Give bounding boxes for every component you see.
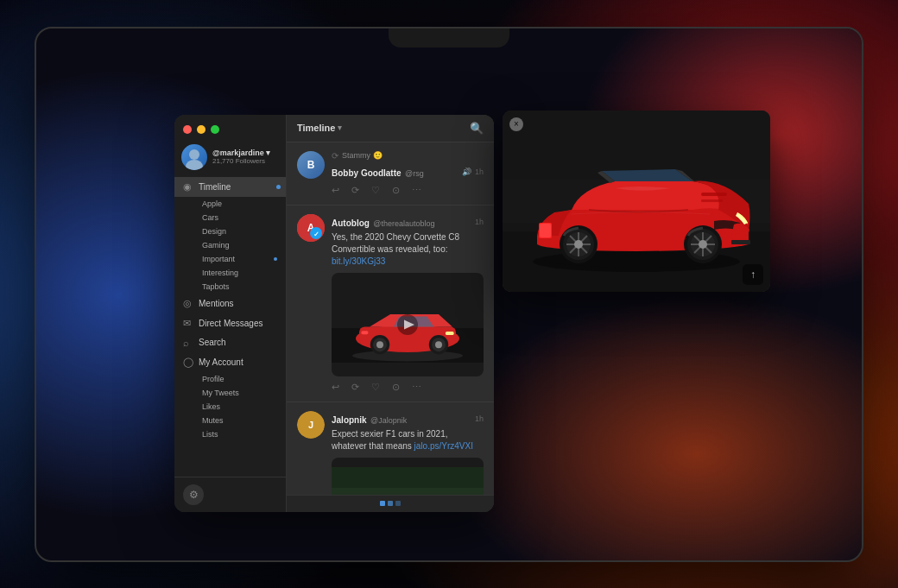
account-subitems: Profile My Tweets Likes Mutes Lists — [174, 372, 286, 441]
tweet-avatar-autoblog: A ✓ — [297, 214, 325, 242]
tweet-body-2: Autoblog @therealautoblog 1h Yes, the 20… — [332, 214, 484, 393]
svg-rect-19 — [446, 332, 454, 335]
followers-count: 21,770 Followers — [212, 157, 279, 165]
like-button-1[interactable]: ♡ — [371, 185, 380, 196]
tweet-list: B ⟳ Stammy 🙂 Bobby Goodlatte @rsg — [287, 142, 494, 495]
sidebar-item-direct-messages[interactable]: ✉ Direct Messages — [174, 313, 286, 333]
subitem-lists[interactable]: Lists — [193, 427, 286, 441]
tweet-username-3: Jalopnik — [332, 415, 367, 425]
tweet-avatar-jalopnik: J — [297, 411, 325, 439]
subitem-likes[interactable]: Likes — [193, 400, 286, 414]
tweet-header-1: Bobby Goodlatte @rsg 🔊 1h — [332, 164, 484, 180]
svg-point-62 — [699, 240, 707, 249]
dm-icon: ✉ — [183, 318, 193, 329]
user-info: @markjardine ▾ 21,770 Followers — [212, 149, 279, 165]
corvette-image — [503, 111, 770, 292]
subitem-gaming[interactable]: Gaming — [193, 238, 286, 252]
svg-point-0 — [189, 149, 199, 160]
table-row: J Jalopnik @Jalopnik — [287, 402, 494, 495]
tweet-handle-2: @therealautoblog — [373, 219, 434, 228]
tweet-header-2: Autoblog @therealautoblog 1h — [332, 214, 484, 230]
close-button[interactable] — [183, 125, 192, 134]
retweet-indicator: ⟳ Stammy 🙂 — [332, 151, 484, 161]
timeline-label: Timeline — [199, 182, 231, 192]
close-preview-button[interactable]: × — [509, 117, 523, 131]
camera-button-1[interactable]: ⊙ — [392, 185, 400, 196]
retweet-button-1[interactable]: ⟳ — [351, 185, 359, 196]
retweet-button-2[interactable]: ⟳ — [351, 382, 359, 393]
tweet-avatar-bobby: B — [297, 151, 325, 179]
settings-button[interactable]: ⚙ — [183, 484, 204, 505]
subitem-design[interactable]: Design — [193, 224, 286, 238]
mentions-label: Mentions — [199, 299, 234, 308]
username-label: @markjardine ▾ — [212, 149, 279, 157]
tweet-time-3: 1h — [475, 414, 484, 423]
retweet-icon: ⟳ — [332, 151, 338, 161]
subitem-profile[interactable]: Profile — [193, 372, 286, 386]
search-label: Search — [199, 338, 226, 347]
tweet-link-3[interactable]: jalo.ps/Yrz4VXI — [414, 441, 473, 451]
more-button-2[interactable]: ⋯ — [412, 382, 421, 393]
streaming-indicator — [380, 501, 401, 506]
laptop-frame: @markjardine ▾ 21,770 Followers ◉ Timeli… — [35, 27, 863, 562]
subitem-my-tweets[interactable]: My Tweets — [193, 386, 286, 400]
subitem-tapbots[interactable]: Tapbots — [193, 280, 286, 294]
close-preview-icon: × — [514, 119, 519, 129]
window-controls — [174, 115, 286, 141]
maximize-button[interactable] — [211, 125, 219, 134]
tweet-text-3: Expect sexier F1 cars in 2021, whatever … — [332, 428, 484, 452]
subitem-interesting[interactable]: Interesting — [193, 266, 286, 280]
subitem-cars[interactable]: Cars — [193, 211, 286, 224]
avatar — [181, 144, 207, 170]
mentions-icon: ◎ — [183, 298, 193, 309]
sidebar-bottom: ⚙ — [174, 477, 286, 512]
svg-point-18 — [435, 341, 442, 348]
tweet-time-1: 🔊 1h — [462, 168, 484, 176]
header-title: Timeline ▾ — [297, 123, 342, 133]
sidebar-item-my-account[interactable]: ◯ My Account — [174, 352, 286, 372]
sidebar: @markjardine ▾ 21,770 Followers ◉ Timeli… — [174, 115, 287, 512]
tweet-header-3: Jalopnik @Jalopnik 1h — [332, 411, 484, 427]
notch — [389, 28, 509, 47]
tweet-media-3[interactable]: PETRONAS — [332, 458, 484, 495]
account-label: My Account — [199, 357, 243, 367]
sidebar-item-timeline[interactable]: ◉ Timeline — [174, 177, 286, 197]
minimize-button[interactable] — [197, 125, 206, 134]
tweet-username-1: Bobby Goodlatte — [332, 168, 402, 178]
table-row: A ✓ Autoblog @therealautoblog — [287, 205, 494, 402]
subitem-mutes[interactable]: Mutes — [193, 414, 286, 427]
stream-dot-3 — [395, 501, 401, 506]
reply-button-2[interactable]: ↩ — [332, 382, 339, 393]
subitem-apple[interactable]: Apple — [193, 197, 286, 211]
more-button-1[interactable]: ⋯ — [412, 185, 421, 196]
account-icon: ◯ — [183, 357, 193, 368]
svg-text:J: J — [308, 420, 313, 430]
tweet-link-2[interactable]: bit.ly/30KGj33 — [332, 256, 385, 266]
svg-rect-50 — [701, 193, 727, 196]
tweet-media-2[interactable] — [332, 273, 484, 376]
tweet-actions-2: ↩ ⟳ ♡ ⊙ ⋯ — [332, 382, 484, 393]
sidebar-item-mentions[interactable]: ◎ Mentions — [174, 294, 286, 313]
stream-dot-2 — [388, 501, 393, 506]
f1-placeholder-svg: PETRONAS — [332, 458, 484, 495]
retweeted-by: Stammy 🙂 — [342, 151, 383, 160]
content-header: Timeline ▾ 🔍 — [287, 115, 494, 142]
reply-button-1[interactable]: ↩ — [332, 185, 339, 196]
svg-rect-20 — [361, 331, 368, 334]
svg-text:✓: ✓ — [313, 231, 319, 238]
dm-label: Direct Messages — [199, 319, 262, 328]
tweet-text-2: Yes, the 2020 Chevy Corvette C8 Converti… — [332, 231, 484, 268]
svg-rect-53 — [540, 224, 551, 237]
camera-button-2[interactable]: ⊙ — [392, 382, 400, 393]
share-preview-button[interactable]: ↑ — [743, 264, 763, 285]
user-profile[interactable]: @markjardine ▾ 21,770 Followers — [174, 141, 286, 177]
header-search-button[interactable]: 🔍 — [470, 122, 484, 135]
sidebar-item-search[interactable]: ⌕ Search — [174, 333, 286, 352]
window-bottom-bar — [287, 495, 494, 512]
timeline-subitems: Apple Cars Design Gaming Important Inter… — [174, 197, 286, 294]
jalopnik-avatar-svg: J — [297, 411, 325, 439]
tweet-actions-1: ↩ ⟳ ♡ ⊙ ⋯ — [332, 185, 484, 196]
settings-icon: ⚙ — [189, 489, 199, 501]
subitem-important[interactable]: Important — [193, 252, 286, 266]
like-button-2[interactable]: ♡ — [371, 382, 380, 393]
